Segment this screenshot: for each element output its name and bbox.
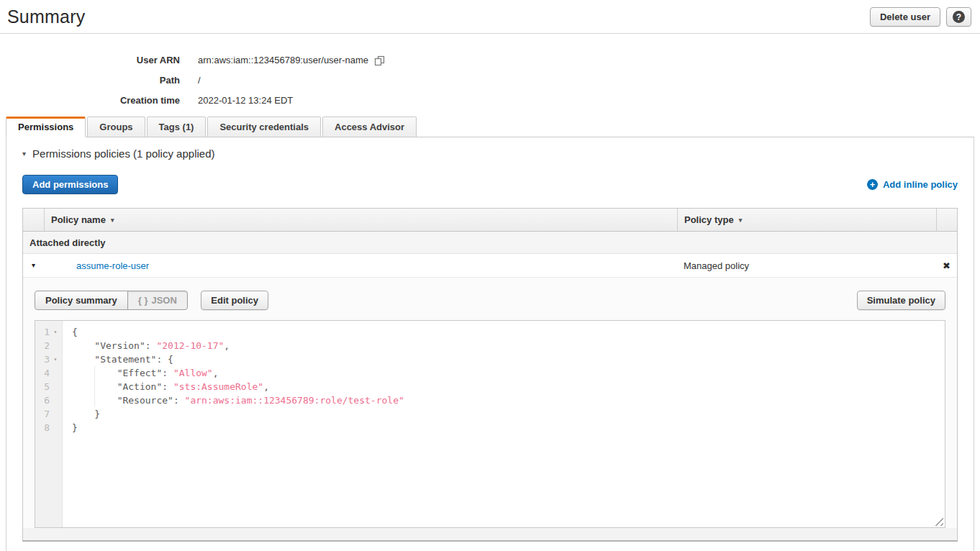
permissions-tab-panel: ▾ Permissions policies (1 policy applied… (6, 137, 974, 551)
tab-permissions[interactable]: Permissions (6, 117, 86, 137)
tab-groups[interactable]: Groups (87, 117, 145, 137)
gutter-row: 6 (35, 393, 62, 407)
fold-caret-icon[interactable]: ▾ (50, 329, 61, 335)
json-view-button[interactable]: { }JSON (127, 291, 188, 310)
policy-name-cell: assume-role-user (44, 254, 677, 277)
policy-summary-button[interactable]: Policy summary (35, 291, 128, 310)
line-number: 1 (35, 327, 50, 337)
editor-line-number-gutter: 1▾23▾45678 (35, 321, 63, 527)
json-button-label: JSON (151, 295, 176, 306)
policy-type-value: Managed policy (684, 260, 749, 271)
add-inline-policy-link[interactable]: + Add inline policy (867, 179, 958, 190)
permissions-policies-section-toggle[interactable]: ▾ Permissions policies (1 policy applied… (22, 147, 958, 160)
detail-value-text: / (198, 75, 201, 86)
detail-value: arn:aws:iam::123456789:user/user-name (198, 54, 385, 66)
gutter-row: 4 (35, 366, 62, 380)
detail-value: 2022-01-12 13:24 EDT (198, 95, 293, 106)
policy-actions-row: Add permissions + Add inline policy (22, 175, 958, 194)
group-row-label: Attached directly (30, 237, 105, 248)
gutter-row: 1▾ (35, 325, 62, 339)
policy-row-end-cell: ✖ (936, 254, 957, 277)
policy-detail-panel: Policy summary { }JSON Edit policy Simul… (23, 278, 957, 540)
code-line: "Statement": { (72, 352, 945, 366)
policy-table-header: Policy name ▾ Policy type ▾ (23, 209, 957, 232)
policy-view-controls: Policy summary { }JSON Edit policy (35, 291, 268, 310)
detail-label: Creation time (0, 95, 180, 106)
line-number: 7 (35, 409, 50, 419)
collapse-caret-icon: ▾ (22, 150, 26, 158)
code-line: "Action": "sts:AssumeRole", (72, 380, 945, 393)
policy-name-header-label: Policy name (51, 214, 106, 225)
simulate-policy-button[interactable]: Simulate policy (857, 291, 945, 310)
tab-tags-1[interactable]: Tags (1) (147, 117, 207, 137)
expand-policy-caret-icon[interactable]: ▾ (32, 262, 35, 269)
question-mark-icon: ? (953, 11, 965, 23)
gutter-row: 3▾ (35, 352, 62, 366)
plus-circle-icon: + (867, 179, 878, 190)
detail-value-text: 2022-01-12 13:24 EDT (198, 95, 293, 106)
line-number: 6 (35, 395, 50, 406)
code-line: "Resource": "arn:aws:iam::123456789:role… (72, 393, 945, 407)
detail-row: Creation time2022-01-12 13:24 EDT (0, 90, 980, 110)
sort-caret-icon: ▾ (111, 217, 114, 224)
code-line: { (72, 325, 945, 339)
policy-detail-footer (23, 528, 957, 540)
add-inline-policy-label: Add inline policy (883, 179, 958, 190)
add-permissions-button[interactable]: Add permissions (22, 175, 118, 194)
tabs: PermissionsGroupsTags (1)Security creden… (6, 117, 974, 137)
column-header-policy-name[interactable]: Policy name ▾ (44, 209, 677, 231)
policy-view-segmented-control: Policy summary { }JSON (35, 291, 188, 310)
code-line: "Version": "2012-10-17", (72, 339, 945, 352)
policy-row-expand-cell: ▾ (23, 254, 44, 277)
help-button[interactable]: ? (946, 7, 971, 27)
line-number: 3 (35, 354, 50, 365)
code-line: "Effect": "Allow", (72, 366, 945, 380)
line-number: 2 (35, 340, 50, 351)
detail-row: User ARNarn:aws:iam::123456789:user/user… (0, 50, 980, 70)
line-number: 5 (35, 381, 50, 392)
tab-access-advisor[interactable]: Access Advisor (322, 117, 417, 137)
detail-value-text: arn:aws:iam::123456789:user/user-name (198, 55, 368, 65)
braces-icon: { } (138, 295, 148, 306)
user-details: User ARNarn:aws:iam::123456789:user/user… (0, 34, 980, 110)
column-header-policy-type[interactable]: Policy type ▾ (677, 209, 936, 231)
detail-label: User ARN (0, 55, 180, 65)
indent-guide (94, 366, 95, 407)
sort-caret-icon: ▾ (739, 217, 743, 224)
delete-user-button[interactable]: Delete user (870, 7, 940, 27)
gutter-row: 5 (35, 380, 62, 393)
gutter-row: 2 (35, 339, 62, 352)
attached-directly-group-row: Attached directly (23, 232, 957, 254)
section-heading-label: Permissions policies (1 policy applied) (32, 147, 214, 160)
editor-code-area[interactable]: { "Version": "2012-10-17", "Statement": … (63, 321, 945, 527)
gutter-row: 8 (35, 421, 62, 434)
header-end-column (936, 209, 957, 231)
page-header: Summary Delete user ? (0, 0, 980, 34)
code-line: } (72, 421, 945, 434)
detail-label: Path (0, 75, 180, 86)
page-title: Summary (7, 6, 85, 27)
copy-icon[interactable] (374, 55, 385, 66)
policy-detail-buttons: Policy summary { }JSON Edit policy Simul… (35, 291, 945, 310)
detach-policy-x-icon[interactable]: ✖ (943, 261, 950, 270)
line-number: 8 (35, 422, 50, 433)
policy-json-editor[interactable]: 1▾23▾45678 { "Version": "2012-10-17", "S… (35, 320, 945, 528)
policy-row: ▾ assume-role-user Managed policy ✖ (23, 254, 957, 278)
header-actions: Delete user ? (870, 7, 971, 27)
gutter-row: 7 (35, 407, 62, 421)
header-expand-column (23, 209, 44, 231)
code-line: } (72, 407, 945, 421)
policy-type-header-label: Policy type (684, 214, 734, 225)
detail-row: Path/ (0, 70, 980, 90)
policy-type-cell: Managed policy (677, 254, 936, 277)
detail-value: / (198, 75, 201, 86)
line-number: 4 (35, 368, 50, 378)
policy-name-link[interactable]: assume-role-user (76, 260, 149, 271)
edit-policy-button[interactable]: Edit policy (201, 291, 268, 310)
tab-security-credentials[interactable]: Security credentials (207, 117, 321, 137)
policy-table: Policy name ▾ Policy type ▾ Attached dir… (22, 208, 958, 542)
fold-caret-icon[interactable]: ▾ (50, 356, 61, 363)
